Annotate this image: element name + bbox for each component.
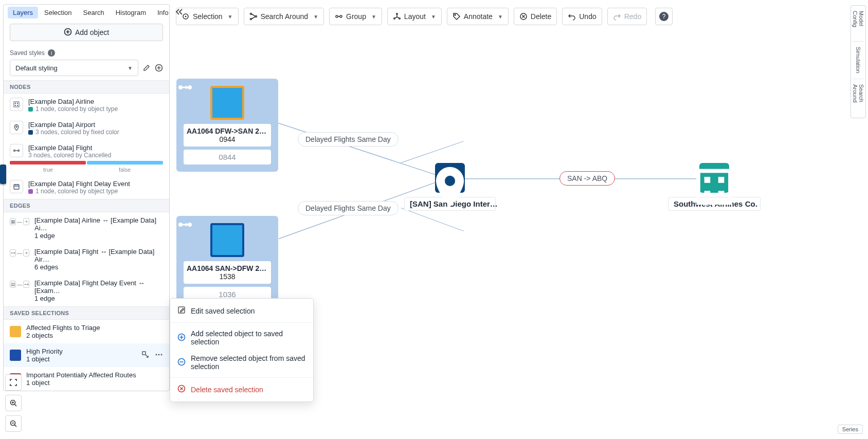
tab-layers[interactable]: Layers (8, 7, 38, 19)
svg-rect-44 (704, 191, 711, 197)
more-icon[interactable] (155, 351, 163, 360)
caret-down-icon: ▼ (431, 14, 436, 20)
svg-point-9 (399, 18, 401, 20)
svg-point-40 (445, 176, 455, 186)
redo-icon (613, 12, 621, 21)
annotate-button[interactable]: Annotate ▼ (447, 8, 509, 25)
collapse-panel-icon[interactable] (175, 8, 184, 17)
zoom-out-button[interactable] (5, 415, 22, 432)
node-type-flight[interactable]: [Example Data] Flight3 nodes, colored by… (4, 140, 169, 161)
undo-label: Undo (579, 12, 596, 21)
flight-node-aa1064-san-dfw[interactable]: AA1064 SAN->DFW 20…1538 1036 (176, 216, 278, 309)
svg-rect-23 (142, 352, 146, 355)
edge-label-delayed-1[interactable]: Delayed Flights Same Day (298, 132, 399, 147)
svg-point-8 (394, 18, 395, 20)
divider (170, 377, 313, 378)
layout-button[interactable]: Layout ▼ (387, 8, 442, 25)
model-config-tab[interactable]: Model Config (852, 6, 864, 41)
tag-icon (453, 12, 461, 21)
redo-button[interactable]: Redo (607, 8, 647, 25)
svg-point-21 (18, 150, 20, 152)
edge-label-delayed-2[interactable]: Delayed Flights Same Day (298, 201, 399, 215)
saved-selections-header: SAVED SELECTIONS (4, 306, 169, 320)
menu-label: Add selected object to saved selection (191, 330, 306, 346)
svg-point-4 (255, 16, 257, 17)
saved-selection-affected-flights[interactable]: Affected Flights to Triage2 objects (4, 320, 169, 343)
edge-icon: ▤—⊶ (10, 279, 29, 289)
help-button[interactable]: ? (655, 8, 673, 25)
menu-edit-saved-selection[interactable]: Edit saved selection (170, 302, 313, 320)
node-type-airport[interactable]: [Example Data] Airport3 nodes, colored b… (4, 117, 169, 140)
svg-line-31 (401, 141, 464, 163)
simulation-tab[interactable]: Simulation (855, 42, 861, 78)
svg-point-20 (14, 150, 15, 152)
svg-point-19 (16, 126, 17, 127)
svg-point-5 (336, 15, 338, 17)
svg-point-6 (340, 15, 342, 17)
svg-point-36 (178, 85, 183, 89)
tab-info[interactable]: Info (152, 7, 174, 19)
caret-down-icon: ▼ (371, 14, 376, 20)
bar-true-label: true (10, 167, 86, 173)
svg-rect-43 (718, 177, 725, 183)
svg-point-37 (188, 85, 192, 89)
menu-delete-saved-selection[interactable]: Delete saved selection (170, 380, 313, 398)
menu-add-to-selection[interactable]: Add selected object to saved selection (170, 325, 313, 350)
node-type-flight-delay-event[interactable]: [Example Data] Flight Delay Event1 node,… (4, 176, 169, 199)
group-button[interactable]: Group ▼ (329, 8, 382, 25)
airline-node-southwest[interactable]: Southwest Airlines Co. (668, 163, 761, 211)
redo-label: Redo (624, 12, 641, 21)
tab-selection[interactable]: Selection (39, 7, 77, 19)
add-object-button[interactable]: Add object (10, 24, 163, 41)
svg-rect-22 (14, 185, 19, 189)
search-around-button[interactable]: Search Around ▼ (244, 8, 324, 25)
edge-label-route-san-abq[interactable]: SAN -> ABQ (559, 171, 615, 186)
menu-label: Delete saved selection (191, 386, 263, 394)
tab-search[interactable]: Search (78, 7, 110, 19)
add-object-label: Add object (75, 28, 109, 36)
apply-selection-icon[interactable] (141, 351, 150, 360)
edge-icon: ▦—⌖ (10, 216, 29, 227)
node-type-airline[interactable]: [Example Data] Airline1 node, colored by… (4, 94, 169, 117)
caret-down-icon: ▼ (498, 14, 503, 20)
svg-point-3 (250, 19, 251, 20)
flight-node-aa1064-dfw-san[interactable]: AA1064 DFW->SAN 20…0944 0844 (176, 79, 278, 172)
default-styling-value: Default styling (15, 64, 58, 72)
top-toolbar: Selection ▼ Search Around ▼ Group ▼ Layo… (176, 6, 862, 27)
link-icon (335, 12, 343, 21)
menu-label: Remove selected object from saved select… (191, 354, 306, 371)
airport-node-san[interactable]: [SAN] San Diego Inter… (404, 163, 496, 211)
delete-button[interactable]: Delete (514, 8, 557, 25)
edge-icon: ⊶—⌖ (10, 248, 29, 258)
node-metric-1: 0944 (187, 135, 268, 143)
edit-style-icon[interactable] (142, 64, 151, 72)
add-style-icon[interactable] (155, 64, 163, 72)
saved-selection-high-priority[interactable]: High Priority1 object (4, 343, 169, 367)
edge-type-flight-airport[interactable]: ⊶—⌖ [Example Data] Flight ↔ [Example Dat… (4, 244, 169, 275)
flight-icon (210, 86, 244, 120)
delete-icon (177, 385, 186, 394)
info-icon[interactable]: i (48, 49, 55, 57)
svg-point-26 (161, 354, 162, 355)
edge-type-delay-event[interactable]: ▤—⊶ [Example Data] Flight Delay Event ↔ … (4, 275, 169, 306)
minus-circle-icon (177, 358, 186, 368)
undo-icon (568, 12, 576, 21)
selection-button[interactable]: Selection ▼ (176, 8, 239, 25)
undo-button[interactable]: Undo (562, 8, 602, 25)
menu-remove-from-selection[interactable]: Remove selected object from saved select… (170, 350, 313, 375)
edge-type-airline-airport[interactable]: ▦—⌖ [Example Data] Airline ↔ [Example Da… (4, 212, 169, 244)
svg-rect-15 (15, 103, 16, 104)
tab-histogram[interactable]: Histogram (111, 7, 151, 19)
delete-icon (519, 12, 528, 21)
search-around-tab[interactable]: Search Around (852, 79, 864, 118)
svg-point-38 (178, 223, 183, 227)
svg-line-32 (401, 208, 464, 231)
pin-icon (435, 163, 465, 193)
default-styling-select[interactable]: Default styling ▼ (10, 60, 138, 76)
nodes-header: NODES (4, 80, 169, 94)
node-title: AA1064 SAN->DFW 20… (187, 264, 268, 272)
flight-icon (210, 223, 244, 257)
saved-selection-important-routes[interactable]: Important Potentially Affected Routes1 o… (4, 367, 169, 391)
fit-screen-button[interactable] (5, 374, 22, 391)
zoom-in-button[interactable] (5, 395, 22, 411)
